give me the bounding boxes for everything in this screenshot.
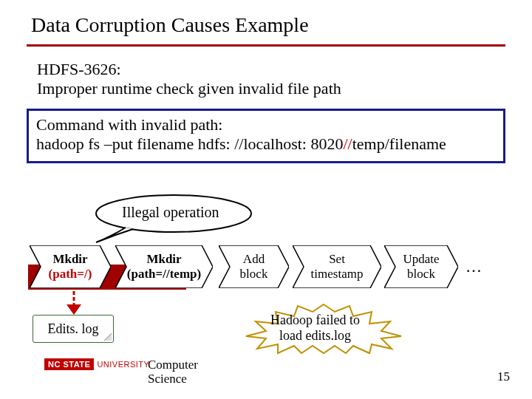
command-box: Command with invalid path: hadoop fs –pu…: [27, 109, 505, 163]
issue-id: HDFS-3626:: [0, 47, 532, 79]
edits-log-box: Edits. log: [33, 315, 114, 343]
step-mkdir-root: Mkdir (path=/): [30, 245, 111, 288]
edits-log-label: Edits. log: [47, 321, 98, 337]
step-label-5b: block: [407, 267, 435, 282]
dept-line-1: Computer: [148, 358, 198, 372]
step-label-3b: block: [240, 267, 268, 282]
ellipsis: …: [466, 257, 482, 276]
svg-marker-7: [66, 304, 81, 315]
command-text: hadoop fs –put filename hdfs: //localhos…: [36, 134, 496, 154]
page-number: 15: [497, 369, 510, 384]
command-emphasis: //: [344, 134, 352, 153]
step-add-block: Add block: [219, 245, 289, 288]
page-curl-icon: [104, 333, 112, 341]
step-label-2: Mkdir: [146, 252, 181, 267]
step-label-1: Mkdir: [52, 252, 87, 267]
failure-line-1: Hadoop failed to: [270, 313, 360, 328]
failure-text: Hadoop failed to load edits.log: [270, 313, 360, 343]
slide-title: Data Corruption Causes Example: [0, 0, 532, 44]
failure-callout: Hadoop failed to load edits.log: [235, 303, 412, 355]
step-update-block: Update block: [384, 245, 458, 288]
down-arrow-icon: [62, 291, 86, 316]
illegal-operation-label: Illegal operation: [122, 204, 219, 221]
footer-logo: NC STATE UNIVERSITY: [44, 358, 149, 370]
failure-line-2: load edits.log: [270, 328, 360, 344]
step-path-1: (path=/): [49, 267, 92, 282]
issue-description: Improper runtime check given invalid fil…: [0, 79, 532, 98]
nc-state-university: UNIVERSITY: [97, 360, 149, 369]
step-set-timestamp: Set timestamp: [293, 245, 381, 288]
step-label-3a: Add: [243, 252, 265, 267]
illegal-operation-callout: Illegal operation: [89, 192, 259, 235]
operation-sequence: Mkdir (path=/) Mkdir (path=//temp) Add b…: [30, 245, 517, 293]
step-label-4a: Set: [329, 252, 345, 267]
step-mkdir-temp: Mkdir (path=//temp): [115, 245, 213, 288]
step-label-5a: Update: [403, 252, 439, 267]
command-suffix: temp/filename: [352, 134, 446, 153]
command-prefix: hadoop fs –put filename hdfs: //localhos…: [36, 134, 344, 153]
dept-line-2: Science: [148, 372, 198, 386]
nc-state-badge: NC STATE: [44, 358, 94, 370]
command-heading: Command with invalid path:: [36, 115, 496, 134]
footer-department: Computer Science: [148, 358, 198, 386]
step-label-4b: timestamp: [311, 267, 364, 282]
step-path-2: (path=//temp): [127, 267, 201, 282]
